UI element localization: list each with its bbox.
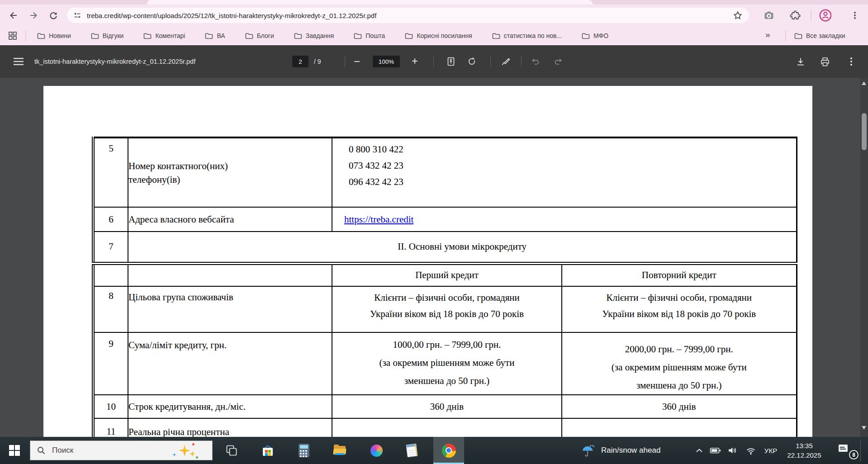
taskbar: Поиск bbox=[0, 437, 868, 464]
value-cell: 360 днів bbox=[562, 395, 797, 418]
page-total-label: / 9 bbox=[314, 58, 321, 65]
zoom-in-button[interactable]: + bbox=[412, 56, 418, 66]
browser-menu-icon[interactable] bbox=[849, 9, 861, 22]
browser-toolbar: treba.credit/wp-content/uploads/2025/12/… bbox=[0, 5, 868, 26]
show-desktop-button[interactable] bbox=[860, 440, 861, 461]
folder-icon bbox=[405, 33, 413, 39]
zoom-out-button[interactable]: − bbox=[354, 56, 360, 67]
table-row: 9 Сума/ліміт кредиту, грн. 1000,00 грн. … bbox=[93, 332, 797, 395]
notepad-button[interactable] bbox=[401, 437, 422, 464]
bookmark-star-icon[interactable] bbox=[733, 10, 743, 20]
download-icon[interactable] bbox=[795, 57, 806, 67]
chrome-icon bbox=[442, 444, 456, 458]
weather-label: Rain/snow ahead bbox=[601, 446, 660, 455]
copilot-button[interactable] bbox=[365, 437, 387, 464]
taskbar-search-input[interactable]: Поиск bbox=[30, 440, 213, 460]
empty-cell bbox=[128, 263, 332, 286]
value-cell: Клієнти – фізичні особи, громадяниУкраїн… bbox=[332, 286, 562, 332]
bookmark-folder-komentari[interactable]: Коментарі bbox=[143, 32, 185, 39]
bookmark-folder-poshta[interactable]: Пошта bbox=[354, 32, 385, 39]
bookmarks-bar: Новини Відгуки Коментарі ВА Блоги Завдан… bbox=[0, 26, 868, 45]
bookmark-folder-mfo[interactable]: МФО bbox=[582, 32, 608, 39]
wifi-icon bbox=[745, 445, 756, 455]
folder-icon bbox=[205, 33, 213, 39]
notification-icon bbox=[838, 443, 849, 454]
bookmark-folder-blohy[interactable]: Блоги bbox=[245, 32, 274, 39]
pdf-page: 5 Номер контактного(них)телефону(ів) 0 8… bbox=[43, 86, 812, 464]
vertical-scrollbar[interactable] bbox=[860, 78, 868, 464]
notification-center-button[interactable]: 8 bbox=[838, 443, 856, 458]
folder-icon bbox=[354, 33, 362, 39]
page-number-input[interactable]: 2 bbox=[292, 56, 308, 67]
pdf-more-menu-icon[interactable] bbox=[847, 56, 856, 67]
windows-logo-icon bbox=[9, 445, 20, 456]
notepad-icon bbox=[406, 444, 417, 458]
rotate-icon[interactable] bbox=[467, 57, 477, 66]
row-number: 8 bbox=[93, 286, 128, 332]
bookmark-folder-novyny[interactable]: Новини bbox=[37, 32, 71, 39]
table-header-row: Перший кредит Повторний кредит bbox=[93, 263, 797, 286]
search-highlights-sparkle-icon[interactable] bbox=[171, 441, 202, 461]
folder-icon bbox=[294, 33, 302, 39]
language-indicator[interactable]: УКР bbox=[761, 437, 781, 464]
bookmark-folder-korysni-posylannia[interactable]: Корисні посилання bbox=[405, 32, 472, 39]
table-row: 10 Строк кредитування, дн./міс. 360 днів… bbox=[93, 395, 797, 418]
scroll-up-arrow[interactable] bbox=[862, 81, 866, 85]
file-explorer-button[interactable] bbox=[329, 437, 351, 464]
start-button[interactable] bbox=[4, 437, 25, 464]
section-title-cell: ІІ. Основні умови мікрокредиту bbox=[128, 232, 797, 263]
column-header-repeat-credit: Повторний кредит bbox=[562, 263, 797, 286]
value-cell: 1000,00 грн. – 7999,00 грн.(за окремим р… bbox=[332, 332, 562, 395]
pdf-filename: tk_istotni-harakterystyky-mikrokredyt-z_… bbox=[34, 58, 195, 65]
url-text[interactable]: treba.credit/wp-content/uploads/2025/12/… bbox=[87, 12, 733, 19]
bookmark-folder-statystyka[interactable]: статистика по нов... bbox=[492, 32, 562, 39]
empty-cell bbox=[93, 263, 128, 286]
fit-to-page-icon[interactable] bbox=[446, 57, 456, 66]
active-app-indicator bbox=[433, 463, 464, 464]
reload-icon[interactable] bbox=[47, 9, 60, 22]
network-status[interactable] bbox=[742, 437, 760, 464]
site-settings-icon[interactable] bbox=[73, 11, 81, 19]
scroll-down-arrow[interactable] bbox=[862, 426, 866, 430]
search-icon bbox=[37, 446, 46, 455]
bookmark-folder-zavdannia[interactable]: Завдання bbox=[294, 32, 334, 39]
calculator-icon bbox=[299, 444, 309, 457]
weather-widget[interactable]: Rain/snow ahead bbox=[581, 437, 660, 464]
zoom-level-input[interactable]: 100% bbox=[373, 56, 400, 67]
pdf-toolbar: tk_istotni-harakterystyky-mikrokredyt-z_… bbox=[0, 45, 868, 78]
pdf-menu-icon[interactable] bbox=[14, 57, 24, 66]
volume-status[interactable] bbox=[724, 437, 742, 464]
bookmark-folder-vidhuky[interactable]: Відгуки bbox=[91, 32, 124, 39]
bookmarks-overflow-icon[interactable]: » bbox=[765, 30, 770, 40]
website-link[interactable]: https://treba.credit bbox=[344, 214, 413, 225]
row-label: Адреса власного вебсайта bbox=[128, 207, 332, 232]
screenshot-extension-icon[interactable] bbox=[763, 9, 775, 22]
notification-badge: 8 bbox=[849, 450, 859, 459]
annotate-pen-icon[interactable] bbox=[500, 57, 511, 66]
back-icon[interactable] bbox=[7, 9, 20, 22]
umbrella-rain-icon bbox=[581, 443, 597, 458]
clock-widget[interactable]: 13:35 22.12.2025 bbox=[779, 441, 830, 460]
undo-icon[interactable] bbox=[530, 57, 541, 66]
url-bar[interactable]: treba.credit/wp-content/uploads/2025/12/… bbox=[67, 8, 749, 23]
forward-icon[interactable] bbox=[27, 9, 40, 22]
profile-avatar[interactable] bbox=[819, 9, 831, 22]
battery-status[interactable] bbox=[707, 437, 725, 464]
active-tab-edge[interactable] bbox=[147, 0, 593, 5]
chrome-taskbar-button[interactable] bbox=[433, 437, 464, 464]
apps-grid-icon[interactable] bbox=[7, 30, 18, 41]
pdf-content-area[interactable]: 5 Номер контактного(них)телефону(ів) 0 8… bbox=[0, 78, 868, 464]
print-icon[interactable] bbox=[820, 57, 830, 67]
tray-expand-button[interactable] bbox=[691, 437, 707, 464]
bookmark-folder-va[interactable]: ВА bbox=[205, 32, 225, 39]
scrollbar-thumb[interactable] bbox=[862, 113, 867, 150]
redo-icon[interactable] bbox=[553, 57, 564, 66]
extensions-puzzle-icon[interactable] bbox=[789, 9, 802, 22]
value-cell: 2000,00 грн. – 7999,00 грн.(за окремим р… bbox=[562, 332, 797, 395]
microsoft-store-button[interactable] bbox=[257, 437, 279, 464]
row-number: 9 bbox=[93, 332, 128, 395]
calculator-button[interactable] bbox=[293, 437, 315, 464]
tab-strip bbox=[0, 0, 868, 5]
all-bookmarks-button[interactable]: Все закладки bbox=[794, 32, 845, 39]
task-view-button[interactable] bbox=[221, 437, 242, 464]
